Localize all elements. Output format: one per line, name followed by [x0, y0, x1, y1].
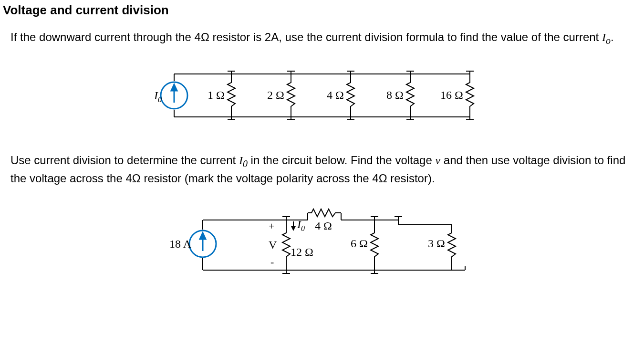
circuit-1-schematic: I0 1 Ω 2 Ω 4 Ω 8 Ω — [150, 64, 494, 126]
svg-marker-6 — [171, 84, 177, 91]
problem-1-text: If the downward current through the 4Ω r… — [10, 29, 641, 47]
circuit2-r3-label: 3 Ω — [428, 237, 445, 250]
problem-2-voltage-var: v — [435, 154, 440, 167]
circuit2-plus: + — [269, 220, 274, 232]
circuit1-source-sub: 0 — [158, 95, 162, 104]
circuit1-r4-label: 8 Ω — [386, 89, 404, 101]
problem-1-body: If the downward current through the 4Ω r… — [10, 31, 602, 43]
circuit1-r1-label: 1 Ω — [208, 89, 225, 101]
svg-marker-32 — [200, 233, 206, 239]
circuit1-r2-label: 2 Ω — [267, 89, 284, 101]
page-title: Voltage and current division — [3, 3, 641, 18]
circuit2-io-sub: 0 — [301, 224, 305, 232]
problem-2-var: I — [239, 154, 243, 167]
circuit-2-schematic: 18 A 12 Ω + V - I0 4 Ω 6 Ω 3 Ω — [150, 203, 494, 284]
problem-1-period: . — [611, 31, 614, 43]
circuit2-minus: - — [270, 256, 274, 268]
problem-1-var: I — [602, 31, 606, 43]
circuit2-r6-label: 6 Ω — [351, 237, 368, 250]
problem-2-body-b: in the circuit below. Find the voltage — [248, 154, 436, 167]
problem-2-subscript: 0 — [243, 158, 248, 169]
problem-2-text: Use current division to determine the cu… — [10, 152, 641, 186]
circuit1-r5-label: 16 Ω — [440, 89, 463, 101]
svg-marker-37 — [291, 226, 296, 231]
circuit2-v-label: V — [269, 239, 277, 251]
svg-text:I0: I0 — [154, 89, 162, 104]
problem-2-body-a: Use current division to determine the cu… — [10, 154, 239, 167]
circuit2-source-label: 18 A — [169, 238, 192, 250]
problem-1-subscript: o — [606, 35, 611, 46]
circuit2-r4-label: 4 Ω — [315, 220, 332, 232]
circuit2-r12-label: 12 Ω — [291, 246, 313, 258]
circuit1-r3-label: 4 Ω — [327, 89, 344, 101]
